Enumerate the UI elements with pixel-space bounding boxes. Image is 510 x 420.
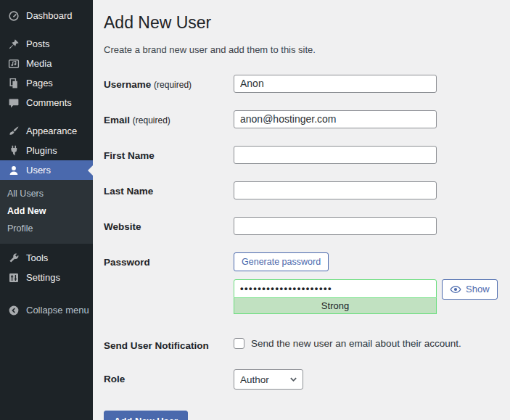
generate-password-button[interactable]: Generate password bbox=[234, 252, 329, 271]
wrench-icon bbox=[8, 252, 20, 264]
first-name-row: First Name bbox=[104, 146, 498, 164]
password-row: Password Generate password Strong Show bbox=[104, 252, 498, 314]
add-new-user-page: Add New User Create a brand new user and… bbox=[93, 0, 510, 420]
password-input[interactable] bbox=[234, 279, 437, 298]
sidebar-item-label: Pages bbox=[26, 78, 53, 88]
menu-separator bbox=[0, 25, 93, 34]
submenu-item-all-users[interactable]: All Users bbox=[0, 185, 93, 202]
show-password-label: Show bbox=[466, 284, 490, 295]
required-hint: (required) bbox=[133, 115, 170, 125]
first-name-label: First Name bbox=[104, 146, 234, 162]
sidebar-item-tools[interactable]: Tools bbox=[0, 248, 93, 268]
comment-icon bbox=[8, 97, 20, 109]
collapse-menu-label: Collapse menu bbox=[26, 305, 89, 316]
submenu-item-profile[interactable]: Profile bbox=[0, 220, 93, 237]
role-select[interactable]: Author bbox=[234, 369, 303, 390]
password-strength-meter: Strong bbox=[234, 298, 437, 314]
required-hint: (required) bbox=[154, 80, 192, 90]
notification-checkbox-text: Send the new user an email about their a… bbox=[251, 338, 461, 349]
send-notification-row: Send User Notification Send the new user… bbox=[104, 336, 498, 353]
send-notification-label: Send User Notification bbox=[104, 336, 234, 353]
sidebar-item-settings[interactable]: Settings bbox=[0, 268, 93, 287]
add-new-user-button[interactable]: Add New User bbox=[104, 411, 188, 420]
submenu-item-add-new[interactable]: Add New bbox=[0, 202, 93, 220]
website-label: Website bbox=[104, 217, 234, 234]
show-password-button[interactable]: Show bbox=[442, 279, 498, 300]
sliders-icon bbox=[8, 272, 20, 284]
submit-row: Add New User bbox=[104, 411, 498, 420]
sidebar-item-label: Comments bbox=[26, 97, 72, 108]
sidebar-item-dashboard[interactable]: Dashboard bbox=[0, 6, 93, 25]
admin-sidebar: Dashboard Posts Media Pages Comments App… bbox=[0, 0, 93, 420]
password-label: Password bbox=[104, 252, 234, 269]
email-row: Email (required) bbox=[104, 110, 498, 128]
password-input-group: Strong Show bbox=[234, 279, 498, 314]
first-name-input[interactable] bbox=[234, 146, 437, 164]
collapse-arrow-icon bbox=[8, 305, 20, 316]
sidebar-item-media[interactable]: Media bbox=[0, 54, 93, 73]
send-notification-checkbox[interactable] bbox=[234, 338, 244, 349]
sidebar-item-label: Media bbox=[26, 58, 52, 69]
sidebar-item-appearance[interactable]: Appearance bbox=[0, 121, 93, 141]
sidebar-item-label: Users bbox=[26, 165, 51, 176]
pages-icon bbox=[8, 78, 20, 89]
sidebar-item-comments[interactable]: Comments bbox=[0, 93, 93, 112]
menu-separator bbox=[0, 287, 93, 296]
username-input[interactable] bbox=[234, 75, 437, 93]
menu-separator bbox=[0, 112, 93, 121]
email-input[interactable] bbox=[234, 110, 437, 128]
add-user-form: Username (required) Email (required) Fir… bbox=[104, 75, 498, 420]
paintbrush-icon bbox=[8, 125, 20, 137]
password-field-group: Generate password Strong Show bbox=[234, 252, 498, 314]
sidebar-item-label: Settings bbox=[26, 272, 60, 283]
dashboard-icon bbox=[8, 10, 20, 22]
users-submenu: All Users Add New Profile bbox=[0, 180, 93, 244]
collapse-menu-button[interactable]: Collapse menu bbox=[0, 300, 93, 320]
media-icon bbox=[8, 58, 20, 70]
role-label: Role bbox=[104, 369, 234, 386]
sidebar-item-pages[interactable]: Pages bbox=[0, 73, 93, 93]
sidebar-item-label: Appearance bbox=[26, 125, 77, 136]
sidebar-item-label: Tools bbox=[26, 252, 48, 263]
username-row: Username (required) bbox=[104, 75, 498, 93]
password-box: Strong bbox=[234, 279, 437, 314]
role-select-wrap: Author bbox=[234, 369, 303, 390]
role-row: Role Author bbox=[104, 369, 498, 390]
sidebar-item-posts[interactable]: Posts bbox=[0, 34, 93, 54]
last-name-label: Last Name bbox=[104, 181, 234, 198]
notification-checkbox-wrap: Send the new user an email about their a… bbox=[234, 336, 461, 349]
sidebar-item-plugins[interactable]: Plugins bbox=[0, 141, 93, 160]
website-row: Website bbox=[104, 217, 498, 235]
sidebar-item-users[interactable]: Users bbox=[0, 160, 93, 180]
sidebar-item-label: Posts bbox=[26, 38, 50, 49]
sidebar-item-label: Plugins bbox=[26, 145, 57, 156]
user-icon bbox=[8, 165, 20, 176]
page-subtitle: Create a brand new user and add them to … bbox=[104, 44, 498, 55]
last-name-row: Last Name bbox=[104, 181, 498, 199]
website-input[interactable] bbox=[234, 217, 437, 235]
email-label: Email (required) bbox=[104, 110, 234, 127]
last-name-input[interactable] bbox=[234, 181, 437, 199]
plug-icon bbox=[8, 145, 20, 157]
sidebar-item-label: Dashboard bbox=[26, 10, 73, 21]
page-title: Add New User bbox=[104, 12, 498, 34]
pushpin-icon bbox=[8, 38, 20, 50]
username-label: Username (required) bbox=[104, 75, 234, 91]
eye-icon bbox=[450, 284, 461, 295]
